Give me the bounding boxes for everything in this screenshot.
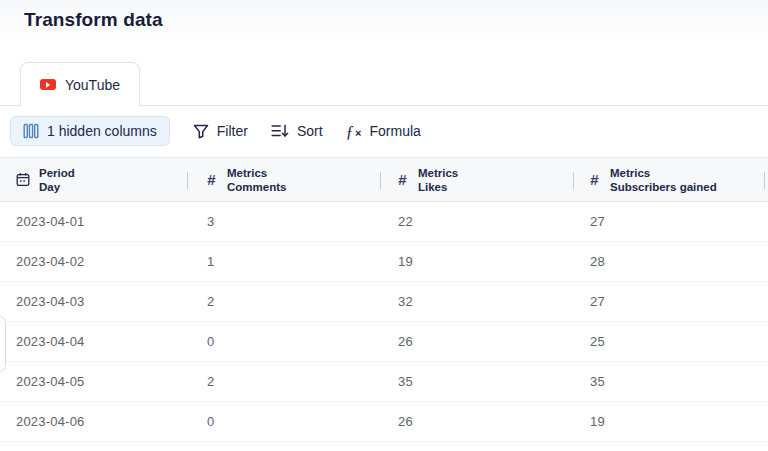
cell-comments: 3 xyxy=(207,202,214,242)
column-separator xyxy=(187,172,188,189)
column-header-metrics-comments[interactable]: # Metrics Comments xyxy=(205,158,286,201)
column-group-label: Metrics xyxy=(610,166,717,180)
toolbar: 1 hidden columns Filter Sort xyxy=(10,112,421,150)
left-edge-handle[interactable] xyxy=(0,315,6,373)
column-separator xyxy=(764,172,765,189)
filter-button[interactable]: Filter xyxy=(193,123,248,139)
table-row: 2023-04-02 1 19 28 xyxy=(0,242,768,282)
hash-icon: # xyxy=(396,171,409,188)
table-header: Period Day # Metrics Comments # Metrics … xyxy=(0,157,768,202)
column-header-period-day[interactable]: Period Day xyxy=(16,158,75,201)
calendar-icon xyxy=(16,172,30,187)
cell-date: 2023-04-04 xyxy=(16,322,85,362)
column-separator xyxy=(573,172,574,189)
cell-likes: 19 xyxy=(398,242,413,282)
table-row: 2023-04-06 0 26 19 xyxy=(0,402,768,442)
cell-subscribers-gained: 28 xyxy=(590,242,605,282)
column-name-label: Comments xyxy=(227,180,286,194)
formula-button[interactable]: ƒ× Formula xyxy=(346,123,421,140)
column-group-label: Period xyxy=(39,166,75,180)
cell-likes: 26 xyxy=(398,322,413,362)
cell-subscribers-gained: 27 xyxy=(590,202,605,242)
cell-likes: 35 xyxy=(398,362,413,402)
hidden-columns-label: 1 hidden columns xyxy=(47,123,157,139)
column-group-label: Metrics xyxy=(227,166,286,180)
cell-subscribers-gained: 35 xyxy=(590,362,605,402)
cell-comments: 2 xyxy=(207,282,214,322)
cell-date: 2023-04-03 xyxy=(16,282,85,322)
tab-youtube[interactable]: YouTube xyxy=(20,62,140,106)
tab-youtube-label: YouTube xyxy=(65,77,120,93)
sort-button[interactable]: Sort xyxy=(271,123,323,139)
hash-icon: # xyxy=(205,171,218,188)
column-group-label: Metrics xyxy=(418,166,458,180)
cell-date: 2023-04-02 xyxy=(16,242,85,282)
column-separator xyxy=(380,172,381,189)
cell-likes: 26 xyxy=(398,402,413,442)
cell-subscribers-gained: 19 xyxy=(590,402,605,442)
column-header-metrics-subscribers-gained[interactable]: # Metrics Subscribers gained xyxy=(588,158,717,201)
cell-comments: 2 xyxy=(207,362,214,402)
youtube-play-glyph xyxy=(46,82,50,88)
transform-data-screen: Transform data YouTube 1 hidden columns xyxy=(0,0,768,451)
table-row: 2023-04-05 2 35 35 xyxy=(0,362,768,402)
column-name-label: Likes xyxy=(418,180,458,194)
filter-label: Filter xyxy=(217,123,248,139)
sort-icon xyxy=(271,124,289,138)
cell-likes: 32 xyxy=(398,282,413,322)
cell-date: 2023-04-06 xyxy=(16,402,85,442)
table-row: 2023-04-01 3 22 27 xyxy=(0,202,768,242)
column-name-label: Subscribers gained xyxy=(610,180,717,194)
cell-likes: 22 xyxy=(398,202,413,242)
cell-date: 2023-04-01 xyxy=(16,202,85,242)
page-title: Transform data xyxy=(24,9,163,31)
cell-subscribers-gained: 27 xyxy=(590,282,605,322)
youtube-icon xyxy=(40,79,56,90)
sort-label: Sort xyxy=(297,123,323,139)
cell-comments: 0 xyxy=(207,322,214,362)
filter-icon xyxy=(193,124,209,139)
hash-icon: # xyxy=(588,171,601,188)
table-body: 2023-04-01 3 22 27 2023-04-02 1 19 28 20… xyxy=(0,202,768,442)
formula-label: Formula xyxy=(370,123,421,139)
column-header-metrics-likes[interactable]: # Metrics Likes xyxy=(396,158,458,201)
cell-comments: 0 xyxy=(207,402,214,442)
table-row: 2023-04-03 2 32 27 xyxy=(0,282,768,322)
formula-fx-icon: ƒ× xyxy=(346,123,362,140)
table-row: 2023-04-04 0 26 25 xyxy=(0,322,768,362)
columns-icon xyxy=(23,123,39,139)
cell-date: 2023-04-05 xyxy=(16,362,85,402)
cell-subscribers-gained: 25 xyxy=(590,322,605,362)
column-name-label: Day xyxy=(39,180,75,194)
hidden-columns-button[interactable]: 1 hidden columns xyxy=(10,116,170,146)
cell-comments: 1 xyxy=(207,242,214,282)
